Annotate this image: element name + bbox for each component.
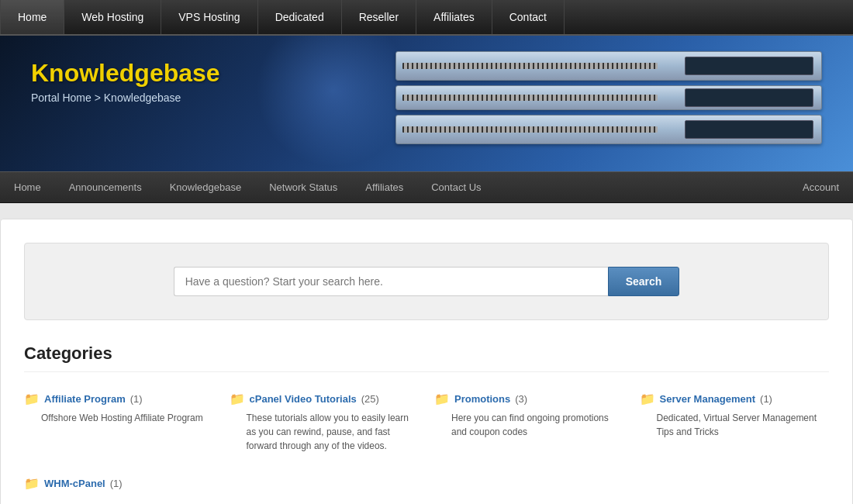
category-description: These tutorials allow you to easily lear… — [247, 411, 420, 453]
category-item: 📁Promotions (3)Here you can find ongoing… — [434, 388, 624, 457]
category-link[interactable]: cPanel Video Tutorials — [250, 393, 357, 405]
top-nav-link-vps-hosting[interactable]: VPS Hosting — [161, 0, 257, 34]
top-nav-link-contact[interactable]: Contact — [492, 0, 565, 34]
banner: Knowledgebase Portal Home > Knowledgebas… — [0, 36, 853, 171]
folder-icon: 📁 — [230, 392, 245, 406]
category-count: (1) — [130, 393, 143, 405]
search-button[interactable]: Search — [608, 267, 680, 296]
top-nav-item: Dedicated — [258, 0, 342, 34]
category-description: Here you can find ongoing promotions and… — [451, 411, 624, 439]
category-item: 📁Affiliate Program (1)Offshore Web Hosti… — [24, 388, 214, 457]
banner-title: Knowledgebase — [31, 59, 822, 88]
sec-nav-link-contact-us[interactable]: Contact Us — [417, 172, 495, 202]
top-nav-link-web-hosting[interactable]: Web Hosting — [64, 0, 161, 34]
category-title-row: 📁Server Management (1) — [640, 392, 830, 406]
folder-icon: 📁 — [24, 476, 40, 491]
search-input[interactable] — [174, 267, 608, 296]
top-nav-link-home[interactable]: Home — [0, 0, 64, 34]
category-count: (25) — [361, 393, 379, 405]
sec-nav-item: Network Status — [255, 172, 351, 202]
category-link[interactable]: Promotions — [454, 393, 510, 405]
categories-title: Categories — [24, 343, 829, 372]
sec-nav-link-affiliates[interactable]: Affiliates — [351, 172, 417, 202]
sec-nav-item: Knowledgebase — [156, 172, 256, 202]
category-description: Offshore Web Hosting Affiliate Program — [41, 411, 214, 425]
search-section: Search — [24, 243, 829, 320]
sec-nav-item: Home — [0, 172, 55, 202]
category-link[interactable]: Server Management — [660, 393, 756, 405]
folder-icon: 📁 — [434, 392, 450, 406]
category-title-row: 📁Affiliate Program (1) — [24, 392, 214, 406]
top-nav-item: Reseller — [342, 0, 416, 34]
folder-icon: 📁 — [24, 392, 40, 406]
category-count: (1) — [760, 393, 772, 405]
categories-section: Categories 📁Affiliate Program (1)Offshor… — [24, 343, 829, 499]
category-item: 📁cPanel Video Tutorials (25)These tutori… — [230, 388, 420, 457]
top-nav-item: VPS Hosting — [161, 0, 257, 34]
category-link[interactable]: WHM-cPanel — [44, 478, 105, 489]
category-item: 📁Server Management (1)Dedicated, Virtual… — [640, 388, 830, 457]
categories-grid: 📁Affiliate Program (1)Offshore Web Hosti… — [24, 388, 829, 499]
sec-nav-link-knowledgebase[interactable]: Knowledgebase — [156, 172, 256, 202]
main-content: Search Categories 📁Affiliate Program (1)… — [0, 219, 853, 504]
sec-nav-link-account[interactable]: Account — [789, 172, 853, 202]
banner-breadcrumb: Portal Home > Knowledgebase — [31, 91, 822, 104]
sec-nav-item: Contact Us — [417, 172, 495, 202]
secondary-navigation: HomeAnnouncementsKnowledgebaseNetwork St… — [0, 171, 853, 203]
category-item: 📁WHM-cPanel (1) — [24, 472, 214, 499]
top-nav-link-reseller[interactable]: Reseller — [342, 0, 416, 34]
top-nav-item: Contact — [492, 0, 565, 34]
category-count: (1) — [110, 478, 123, 489]
top-nav-item: Home — [0, 0, 64, 34]
category-description: Dedicated, Virtual Server Management Tip… — [657, 411, 830, 439]
top-nav-item: Affiliates — [416, 0, 492, 34]
folder-icon: 📁 — [640, 392, 655, 406]
sec-nav-item: Affiliates — [351, 172, 417, 202]
top-nav-item: Web Hosting — [64, 0, 161, 34]
sec-nav-link-network-status[interactable]: Network Status — [255, 172, 351, 202]
category-count: (3) — [515, 393, 527, 405]
top-nav-link-affiliates[interactable]: Affiliates — [416, 0, 492, 34]
sec-nav-link-announcements[interactable]: Announcements — [55, 172, 156, 202]
sec-nav-item: Announcements — [55, 172, 156, 202]
category-link[interactable]: Affiliate Program — [44, 393, 126, 405]
category-title-row: 📁cPanel Video Tutorials (25) — [230, 392, 420, 406]
category-title-row: 📁WHM-cPanel (1) — [24, 476, 214, 491]
sec-nav-link-home[interactable]: Home — [0, 172, 55, 202]
sec-nav-item: Account — [789, 172, 853, 202]
top-navigation: HomeWeb HostingVPS HostingDedicatedResel… — [0, 0, 853, 36]
category-title-row: 📁Promotions (3) — [434, 392, 624, 406]
top-nav-link-dedicated[interactable]: Dedicated — [258, 0, 342, 34]
